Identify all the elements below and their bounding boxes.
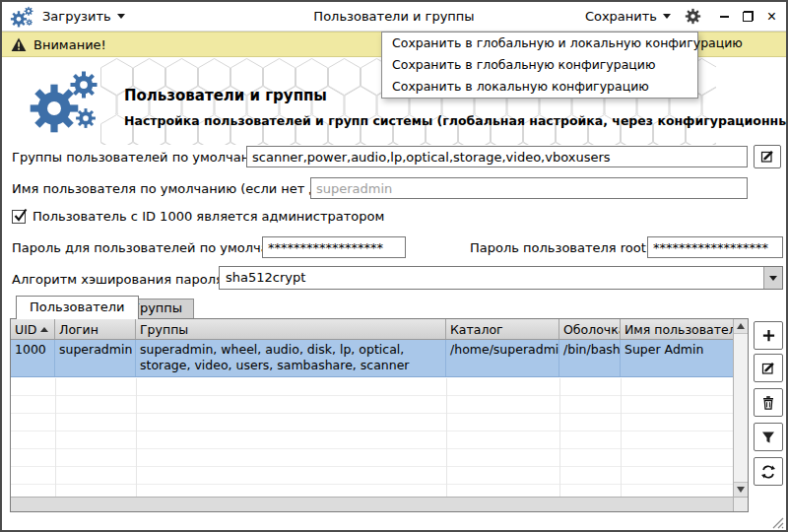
chevron-down-icon: [663, 14, 671, 19]
column-separator: [136, 378, 137, 497]
arrow-down-icon: [737, 487, 745, 493]
cell-home: /home/superadmin: [446, 340, 559, 376]
cell-uid: 1000: [11, 340, 55, 376]
admin-checkbox[interactable]: [12, 210, 26, 224]
vertical-scrollbar[interactable]: [733, 319, 748, 497]
close-button[interactable]: ×: [765, 10, 778, 24]
restore-button[interactable]: [742, 10, 755, 24]
minimize-icon: [720, 16, 729, 18]
cell-login: superadmin: [55, 340, 136, 376]
default-groups-input[interactable]: [246, 146, 748, 167]
default-password-label: Пароль для пользователей по умолчанию:: [12, 237, 300, 259]
scrollbar-corner: [733, 497, 748, 511]
cell-shell: /bin/bash: [559, 340, 621, 376]
save-button[interactable]: Сохранить: [585, 9, 671, 24]
load-button-label: Загрузить: [42, 9, 111, 24]
root-password-label: Пароль пользователя root:: [470, 237, 650, 259]
cell-fullname: Super Admin: [621, 340, 733, 376]
trash-icon: [760, 395, 776, 411]
edit-groups-button[interactable]: [754, 145, 781, 168]
gear-icon: [685, 8, 701, 25]
save-menu-item-local[interactable]: Сохранить в локальную конфигурацию: [382, 76, 697, 98]
restore-icon: [743, 11, 754, 22]
warning-triangle-icon: [11, 37, 27, 52]
default-password-input[interactable]: [262, 236, 406, 258]
chevron-down-icon: [769, 276, 777, 281]
sort-asc-icon: [40, 327, 48, 332]
plus-icon: [761, 328, 776, 343]
arrow-up-icon: [737, 323, 745, 329]
toolbar: Загрузить Пользователи и группы Сохранит…: [2, 2, 786, 32]
page-subtitle: Настройка пользователей и групп системы …: [124, 113, 786, 128]
filter-icon: [760, 430, 776, 445]
default-groups-label: Группы пользователей по умолчанию:: [12, 147, 273, 168]
save-button-label: Сохранить: [585, 9, 657, 24]
page-title: Пользователи и группы: [124, 87, 327, 104]
horizontal-scrollbar[interactable]: [11, 497, 733, 511]
add-button[interactable]: [754, 321, 783, 350]
refresh-button[interactable]: [754, 457, 783, 486]
table-body: 1000 superadmin superadmin, wheel, audio…: [11, 340, 733, 497]
column-separator: [446, 378, 447, 497]
app-logo-icon: [10, 5, 33, 29]
default-username-input[interactable]: [310, 177, 748, 199]
column-header-uid[interactable]: UID: [11, 319, 55, 339]
tab-users[interactable]: Пользователи: [16, 296, 139, 319]
scroll-down-button[interactable]: [734, 482, 748, 497]
load-button[interactable]: Загрузить: [42, 9, 125, 24]
column-separator: [55, 378, 56, 497]
root-password-input[interactable]: [647, 236, 783, 258]
close-icon: ×: [767, 11, 776, 23]
save-menu: Сохранить в глобальную и локальную конфи…: [381, 32, 698, 99]
filter-button[interactable]: [754, 423, 783, 451]
refresh-icon: [760, 464, 776, 480]
table-row[interactable]: 1000 superadmin superadmin, wheel, audio…: [11, 340, 733, 377]
edit-button[interactable]: [754, 354, 783, 382]
gears-icon: [28, 66, 98, 137]
users-table: UID Логин Группы Каталог Оболочка Имя по…: [10, 318, 749, 512]
column-header-shell[interactable]: Оболочка: [559, 319, 621, 339]
warning-text: Внимание!: [33, 37, 106, 52]
select-arrow-button[interactable]: [763, 267, 782, 289]
cell-groups: superadmin, wheel, audio, disk, lp, opti…: [136, 340, 446, 376]
table-header: UID Логин Группы Каталог Оболочка Имя по…: [11, 319, 733, 340]
select-value: sha512crypt: [220, 267, 763, 289]
scroll-up-button[interactable]: [734, 319, 748, 334]
minimize-button[interactable]: [718, 10, 731, 24]
app-window: Загрузить Пользователи и группы Сохранит…: [0, 0, 788, 532]
chevron-down-icon: [117, 14, 125, 19]
save-menu-item-global-and-local[interactable]: Сохранить в глобальную и локальную конфи…: [382, 33, 697, 54]
settings-button[interactable]: [684, 8, 701, 26]
column-header-login[interactable]: Логин: [55, 319, 136, 339]
window-title: Пользователи и группы: [313, 9, 474, 24]
pencil-icon: [760, 361, 776, 376]
admin-checkbox-label[interactable]: Пользователь с ID 1000 является админист…: [33, 206, 384, 228]
column-separator: [559, 378, 560, 497]
resize-grip[interactable]: [770, 515, 784, 529]
column-separator: [621, 378, 622, 497]
column-header-fullname[interactable]: Имя пользователя: [621, 319, 733, 339]
checkbox-check-icon: [14, 207, 28, 223]
hash-algorithm-select[interactable]: sha512crypt: [219, 266, 783, 290]
save-menu-item-global[interactable]: Сохранить в глобальную конфигурацию: [382, 54, 697, 76]
empty-rows-area: [11, 378, 733, 497]
column-header-groups[interactable]: Группы: [136, 319, 446, 339]
column-header-home[interactable]: Каталог: [446, 319, 559, 339]
hash-algorithm-label: Алгоритм хэширования пароля:: [12, 269, 228, 291]
delete-button[interactable]: [754, 388, 783, 417]
edit-icon: [759, 149, 775, 165]
